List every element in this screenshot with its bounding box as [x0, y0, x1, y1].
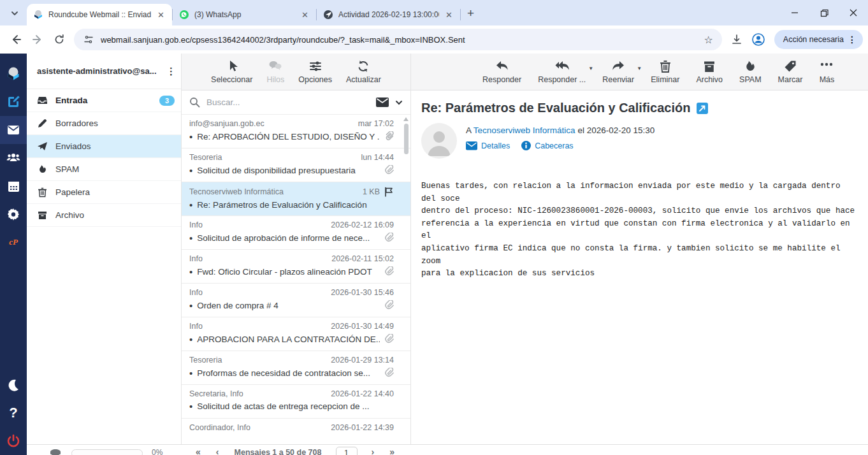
mail-nav-icon[interactable]: [0, 116, 27, 144]
calendar-nav-icon[interactable]: [0, 172, 27, 200]
tab-close-icon[interactable]: ✕: [156, 10, 166, 20]
quota-indicator: 0%: [27, 445, 182, 455]
folder-spam[interactable]: SPAM: [27, 158, 181, 181]
options-button[interactable]: Opciones: [298, 59, 332, 84]
select-button[interactable]: Seleccionar: [211, 59, 252, 84]
folder-borradores[interactable]: Borradores: [27, 112, 181, 135]
threads-icon: [268, 59, 283, 73]
message-row[interactable]: Tesorerialun 14:44 •Solicitud de disponi…: [182, 148, 410, 182]
refresh-button[interactable]: Actualizar: [346, 59, 381, 84]
message-date: 2026-02-11 15:02: [331, 254, 394, 263]
next-page-button[interactable]: ›: [364, 447, 382, 455]
message-row[interactable]: Secretaria, Info2026-01-22 14:40 •Solici…: [182, 385, 410, 419]
tab-list-chevron-button[interactable]: [5, 4, 24, 22]
delete-button[interactable]: Eliminar: [651, 59, 679, 84]
message-subject: Solicitud de aprobación de informe de ne…: [197, 233, 380, 243]
message-row[interactable]: Tesoreria2026-01-29 13:14 •Proformas de …: [182, 351, 410, 385]
message-date: 2026-01-29 13:14: [331, 356, 394, 365]
bookmark-star-icon[interactable]: ☆: [704, 34, 712, 46]
storage-icon: [48, 448, 62, 455]
downloads-button[interactable]: [726, 29, 748, 50]
kebab-menu-icon[interactable]: ⋮: [848, 34, 857, 45]
site-settings-icon[interactable]: [83, 34, 94, 45]
archive-button[interactable]: Archivo: [696, 59, 723, 84]
roundcube-favicon: [33, 10, 43, 20]
pagination: « ‹ Mensajes 1 a 50 de 708 1 › »: [182, 445, 411, 455]
pointer-icon: [225, 59, 239, 73]
tab-actividad[interactable]: Actividad 2026-02-19 13:00:00 ✕: [317, 4, 460, 25]
first-page-button[interactable]: «: [188, 447, 208, 455]
threads-button[interactable]: Hilos: [266, 59, 284, 84]
compose-icon[interactable]: [0, 88, 27, 116]
unread-badge: 3: [159, 96, 175, 106]
browser-nav-row: webmail.sanjuan.gob.ec/cpsess1364244002/…: [0, 25, 868, 54]
open-in-new-window-icon[interactable]: [697, 103, 708, 114]
inbox-icon: [37, 95, 48, 106]
unread-dot: •: [189, 403, 192, 410]
message-row[interactable]: Info2026-01-30 15:46 •Orden de compra # …: [182, 284, 410, 317]
message-row[interactable]: info@sanjuan.gob.ecmar 17:02 •Re: APROBA…: [182, 115, 410, 148]
address-bar[interactable]: webmail.sanjuan.gob.ec/cpsess1364244002/…: [74, 29, 722, 50]
reply-all-button[interactable]: Responder ... ▼: [538, 59, 586, 84]
spam-button[interactable]: SPAM: [739, 59, 762, 84]
more-button[interactable]: Más: [819, 59, 834, 84]
account-header[interactable]: asistente-administrativo@sa... ⋮: [27, 54, 181, 89]
url-text[interactable]: webmail.sanjuan.gob.ec/cpsess1364244002/…: [101, 35, 697, 45]
mark-button[interactable]: Marcar: [778, 59, 803, 84]
unread-dot: •: [189, 202, 192, 208]
prev-page-button[interactable]: ‹: [208, 447, 227, 455]
action-needed-chip[interactable]: Acción necesaria ⋮: [774, 30, 863, 49]
message-sender: Tesoreria: [189, 356, 326, 365]
unread-dot: •: [189, 370, 192, 377]
tab-whatsapp[interactable]: (3) WhatsApp ✕: [173, 4, 316, 25]
dropdown-caret-icon[interactable]: ▼: [588, 66, 593, 71]
minimize-button[interactable]: [780, 0, 809, 25]
folder-entrada[interactable]: Entrada 3: [27, 89, 181, 112]
message-row-selected[interactable]: Tecnoserviweb Informática 1 KB •Re: Pará…: [182, 182, 410, 216]
recipient-link[interactable]: Tecnoserviweb Informática: [474, 126, 575, 135]
message-row[interactable]: Info2026-01-30 14:49 •APROBACION PARA LA…: [182, 317, 410, 351]
folder-enviados[interactable]: Enviados: [27, 135, 181, 158]
dark-mode-moon-icon[interactable]: [0, 371, 27, 399]
folder-papelera[interactable]: Papelera: [27, 181, 181, 204]
search-scope-mail-icon[interactable]: [376, 98, 389, 108]
logout-power-icon[interactable]: [0, 427, 27, 455]
message-row[interactable]: Info2026-02-12 16:09 •Solicitud de aprob…: [182, 216, 410, 250]
contacts-nav-icon[interactable]: [0, 144, 27, 172]
chevron-down-icon: [10, 9, 19, 18]
settings-gear-icon[interactable]: [0, 200, 27, 228]
restore-button[interactable]: [809, 0, 839, 25]
new-tab-button[interactable]: +: [467, 6, 474, 20]
dropdown-caret-icon[interactable]: ▼: [637, 66, 642, 71]
whatsapp-favicon: [179, 10, 189, 20]
cpanel-icon[interactable]: cP: [0, 228, 27, 256]
headers-button[interactable]: Cabeceras: [521, 141, 573, 150]
help-icon[interactable]: ?: [0, 399, 27, 427]
tab-close-icon[interactable]: ✕: [444, 10, 454, 20]
details-button[interactable]: Detalles: [466, 141, 510, 150]
page-number-input[interactable]: 1: [336, 447, 358, 455]
search-options-chevron-icon[interactable]: [395, 99, 403, 106]
forward-button[interactable]: Reenviar ▼: [602, 59, 634, 84]
scroll-up-arrow[interactable]: [403, 117, 409, 121]
back-button[interactable]: [5, 29, 27, 50]
flag-icon[interactable]: [384, 187, 394, 197]
reply-button[interactable]: Responder: [482, 59, 521, 84]
message-subject-row: Re: Parámetros de Evaluación y Calificac…: [411, 90, 868, 118]
last-page-button[interactable]: »: [382, 447, 402, 455]
tab-close-icon[interactable]: ✕: [300, 10, 310, 20]
ellipsis-icon: [819, 59, 834, 73]
account-menu-icon[interactable]: ⋮: [166, 66, 176, 77]
close-window-button[interactable]: [839, 0, 868, 25]
tab-roundcube[interactable]: Roundcube Webmail :: Enviados ✕: [27, 4, 172, 25]
scrollbar-thumb[interactable]: [404, 124, 409, 154]
forward-button[interactable]: [27, 29, 48, 50]
message-subject: Re: APROBACIÓN DEL ESTUDIO, DISEÑO Y ...: [197, 132, 380, 141]
folder-archivo[interactable]: Archivo: [27, 204, 181, 227]
reload-button[interactable]: [48, 29, 70, 50]
tab-title: (3) WhatsApp: [194, 10, 295, 19]
message-row[interactable]: Info2026-02-11 15:02 •Fwd: Oficio Circul…: [182, 250, 410, 284]
profile-button[interactable]: [748, 29, 769, 50]
search-input[interactable]: [206, 98, 370, 107]
list-scrollbar[interactable]: [402, 115, 410, 455]
